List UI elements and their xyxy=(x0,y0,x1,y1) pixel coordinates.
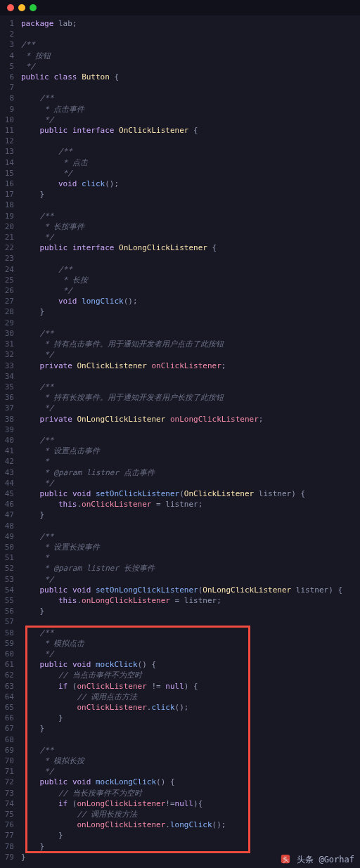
code-content[interactable] xyxy=(21,521,360,531)
code-line[interactable]: 61 public void mockClick() { xyxy=(0,659,360,670)
code-line[interactable]: 26 */ xyxy=(0,285,360,296)
zoom-dot-icon[interactable] xyxy=(30,4,37,11)
code-content[interactable]: /** xyxy=(21,328,360,339)
code-line[interactable]: 8 /** xyxy=(0,93,360,103)
code-content[interactable]: * 模拟长按 xyxy=(21,756,360,766)
code-content[interactable]: } xyxy=(21,713,360,723)
close-dot-icon[interactable] xyxy=(7,4,14,11)
code-line[interactable]: 7 xyxy=(0,82,360,93)
code-content[interactable]: void click(); xyxy=(21,179,360,189)
code-content[interactable]: */ xyxy=(21,478,360,488)
code-line[interactable]: 35 /** xyxy=(0,382,360,392)
code-line[interactable]: 50 * 设置长按事件 xyxy=(0,542,360,552)
code-content[interactable]: * @param listner 点击事件 xyxy=(21,467,360,478)
code-content[interactable]: } xyxy=(21,306,360,317)
code-content[interactable] xyxy=(21,253,360,264)
code-line[interactable]: 56 } xyxy=(0,606,360,616)
code-line[interactable]: 45 public void setOnClickListener(OnClic… xyxy=(0,488,360,499)
code-content[interactable]: * @param listner 长按事件 xyxy=(21,563,360,574)
code-content[interactable]: * 持有长按事件。用于通知开发者用户长按了此按钮 xyxy=(21,392,360,403)
code-line[interactable]: 39 xyxy=(0,425,360,435)
code-line[interactable]: 32 */ xyxy=(0,349,360,360)
code-content[interactable]: */ xyxy=(21,649,360,659)
code-line[interactable]: 66 } xyxy=(0,713,360,723)
code-line[interactable]: 13 /** xyxy=(0,146,360,157)
code-line[interactable]: 41 * 设置点击事件 xyxy=(0,446,360,456)
code-content[interactable]: } xyxy=(21,723,360,734)
code-line[interactable]: 1package lab; xyxy=(0,18,360,29)
code-content[interactable]: } xyxy=(21,830,360,841)
code-content[interactable]: // 当长按事件不为空时 xyxy=(21,788,360,798)
code-content[interactable] xyxy=(21,82,360,93)
code-content[interactable]: * xyxy=(21,552,360,563)
code-line[interactable]: 62 // 当点击事件不为空时 xyxy=(0,670,360,680)
code-line[interactable]: 22 public interface OnLongClickListener … xyxy=(0,242,360,253)
code-line[interactable]: 20 * 长按事件 xyxy=(0,221,360,232)
code-content[interactable]: public interface OnLongClickListener { xyxy=(21,242,360,253)
code-content[interactable] xyxy=(21,425,360,435)
code-line[interactable]: 78 } xyxy=(0,841,360,852)
code-line[interactable]: 70 * 模拟长按 xyxy=(0,756,360,766)
code-content[interactable]: */ xyxy=(21,61,360,72)
code-content[interactable]: */ xyxy=(21,115,360,125)
code-line[interactable]: 51 * xyxy=(0,552,360,563)
code-content[interactable]: package lab; xyxy=(21,18,360,29)
code-content[interactable]: * 按钮 xyxy=(21,51,360,61)
code-content[interactable] xyxy=(21,734,360,745)
code-content[interactable] xyxy=(21,616,360,627)
code-content[interactable]: * 设置点击事件 xyxy=(21,446,360,456)
code-line[interactable]: 25 * 长按 xyxy=(0,275,360,285)
code-content[interactable]: /** xyxy=(21,628,360,638)
code-line[interactable]: 57 xyxy=(0,616,360,627)
code-content[interactable]: * 点击事件 xyxy=(21,104,360,115)
code-line[interactable]: 3/** xyxy=(0,39,360,50)
code-content[interactable]: /** xyxy=(21,93,360,103)
code-line[interactable]: 40 /** xyxy=(0,435,360,446)
code-line[interactable]: 48 xyxy=(0,521,360,531)
code-line[interactable]: 14 * 点击 xyxy=(0,157,360,168)
code-line[interactable]: 24 /** xyxy=(0,264,360,275)
code-line[interactable]: 46 this.onClickListener = listner; xyxy=(0,499,360,510)
code-content[interactable]: public interface OnClickListener { xyxy=(21,125,360,136)
code-line[interactable]: 68 xyxy=(0,734,360,745)
code-content[interactable]: void longClick(); xyxy=(21,296,360,306)
code-line[interactable]: 16 void click(); xyxy=(0,179,360,189)
code-line[interactable]: 30 /** xyxy=(0,328,360,339)
code-content[interactable]: this.onClickListener = listner; xyxy=(21,499,360,510)
code-content[interactable]: } xyxy=(21,841,360,852)
code-content[interactable]: /** xyxy=(21,211,360,221)
code-content[interactable]: /** xyxy=(21,382,360,392)
code-line[interactable]: 76 onLongClickListener.longClick(); xyxy=(0,820,360,830)
code-content[interactable]: /** xyxy=(21,435,360,446)
code-line[interactable]: 67 } xyxy=(0,723,360,734)
code-line[interactable]: 74 if (onLongClickListener!=null){ xyxy=(0,798,360,809)
code-line[interactable]: 64 // 调用点击方法 xyxy=(0,692,360,702)
code-content[interactable]: onLongClickListener.longClick(); xyxy=(21,820,360,830)
code-line[interactable]: 21 */ xyxy=(0,232,360,242)
code-content[interactable] xyxy=(21,318,360,328)
code-editor[interactable]: 1package lab;2 3/**4 * 按钮5 */6public cla… xyxy=(0,15,360,868)
code-content[interactable]: * xyxy=(21,456,360,467)
code-line[interactable]: 69 /** xyxy=(0,745,360,756)
code-content[interactable]: } xyxy=(21,510,360,520)
code-line[interactable]: 37 */ xyxy=(0,403,360,413)
code-content[interactable]: public void setOnClickListener(OnClickLi… xyxy=(21,488,360,499)
code-line[interactable]: 9 * 点击事件 xyxy=(0,104,360,115)
code-content[interactable]: onClickListener.click(); xyxy=(21,702,360,713)
code-content[interactable]: */ xyxy=(21,285,360,296)
code-line[interactable]: 65 onClickListener.click(); xyxy=(0,702,360,713)
code-content[interactable]: * 长按 xyxy=(21,275,360,285)
code-line[interactable]: 44 */ xyxy=(0,478,360,488)
code-line[interactable]: 33 private OnClickListener onClickListen… xyxy=(0,361,360,371)
code-line[interactable]: 60 */ xyxy=(0,649,360,659)
code-content[interactable]: private OnClickListener onClickListener; xyxy=(21,361,360,371)
code-line[interactable]: 29 xyxy=(0,318,360,328)
code-content[interactable]: if (onLongClickListener!=null){ xyxy=(21,798,360,809)
code-line[interactable]: 15 */ xyxy=(0,168,360,179)
code-content[interactable] xyxy=(21,200,360,210)
code-line[interactable]: 12 xyxy=(0,136,360,146)
code-line[interactable]: 58 /** xyxy=(0,628,360,638)
code-line[interactable]: 47 } xyxy=(0,510,360,520)
code-content[interactable]: * 模拟点击 xyxy=(21,638,360,649)
code-line[interactable]: 19 /** xyxy=(0,211,360,221)
